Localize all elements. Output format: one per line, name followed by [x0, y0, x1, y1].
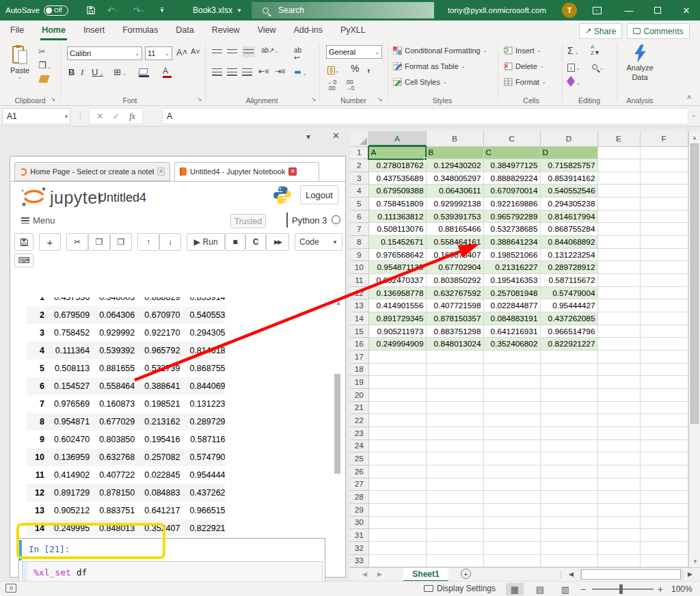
column-header-e[interactable]: E [597, 131, 640, 146]
font-color-button[interactable]: A [163, 66, 172, 78]
cell-D10[interactable]: 0.289728912 [540, 261, 597, 274]
cell-E14[interactable] [597, 312, 640, 325]
grid-vertical-scrollbar[interactable]: ▲ ▼ [688, 131, 700, 567]
cell-F18[interactable] [640, 363, 688, 376]
cell-A30[interactable] [368, 516, 426, 529]
command-palette-button[interactable]: ⌨ [14, 254, 33, 267]
ribbon-tab-review[interactable]: Review [211, 21, 241, 38]
redo-button[interactable]: ↷⌄ [130, 0, 148, 21]
cell-B25[interactable] [426, 452, 483, 465]
align-middle-button[interactable] [227, 48, 237, 56]
row-header-29[interactable]: 29 [350, 503, 368, 516]
row-header-4[interactable]: 4 [350, 185, 368, 198]
cell-B11[interactable]: 0.803850292 [426, 274, 483, 287]
cell-B9[interactable]: 0.160873407 [426, 248, 483, 261]
new-sheet-icon[interactable]: + [461, 569, 471, 579]
cell-E18[interactable] [597, 363, 640, 376]
paste-cell-button[interactable]: ❒ [110, 233, 132, 251]
cell-A14[interactable]: 0.891729345 [368, 312, 426, 325]
cell-D32[interactable] [540, 541, 597, 554]
cell-D21[interactable] [540, 401, 597, 414]
cell-C21[interactable] [483, 401, 540, 414]
cell-D12[interactable]: 0.57479004 [540, 286, 597, 299]
cell-B24[interactable] [426, 439, 483, 452]
row-header-26[interactable]: 26 [350, 465, 368, 478]
cell-D25[interactable] [540, 452, 597, 465]
page-layout-view-button[interactable]: ▤ [531, 583, 549, 595]
cell-F6[interactable] [640, 210, 688, 223]
row-header-32[interactable]: 32 [350, 541, 368, 554]
ribbon-tab-add-ins[interactable]: Add-ins [293, 21, 324, 38]
close-button[interactable]: ✕ [673, 0, 700, 21]
cell-F30[interactable] [640, 516, 688, 529]
tab-home-close-icon[interactable]: ✕ [157, 167, 165, 176]
cell-B12[interactable]: 0.632767592 [426, 286, 483, 299]
cell-C4[interactable]: 0.670970014 [483, 185, 540, 198]
cell-F3[interactable] [640, 172, 688, 185]
row-header-12[interactable]: 12 [350, 286, 368, 299]
cell-B28[interactable] [426, 491, 483, 504]
cell-C18[interactable] [483, 363, 540, 376]
cell-F16[interactable] [640, 338, 688, 351]
sort-filter-button[interactable]: AZ▼ [591, 44, 600, 56]
cell-B27[interactable] [426, 478, 483, 491]
sheet-nav-right-icon[interactable]: ▶ [377, 571, 382, 578]
align-top-button[interactable] [212, 48, 222, 56]
cell-D14[interactable]: 0.437262085 [540, 312, 597, 325]
cell-C19[interactable] [483, 376, 540, 389]
share-button[interactable]: ↗Share [579, 23, 622, 39]
ribbon-display-options-button[interactable]: ↑ [587, 0, 607, 21]
row-header-31[interactable]: 31 [350, 529, 368, 542]
cell-F22[interactable] [640, 414, 688, 427]
cell-B1[interactable]: B [426, 146, 483, 159]
cell-D4[interactable]: 0.540552546 [540, 185, 597, 198]
cell-D2[interactable]: 0.715825757 [540, 159, 597, 172]
cell-B26[interactable] [426, 465, 483, 478]
cell-E31[interactable] [597, 529, 640, 542]
run-cell-button[interactable]: ▶Run [187, 233, 225, 251]
row-header-3[interactable]: 3 [350, 172, 368, 185]
cell-D1[interactable]: D [540, 146, 597, 159]
cell-B8[interactable]: 0.558464161 [426, 236, 483, 249]
formula-input[interactable]: A [162, 108, 688, 124]
cell-E23[interactable] [597, 426, 640, 439]
cell-F23[interactable] [640, 426, 688, 439]
cell-E20[interactable] [597, 388, 640, 401]
pane-options-icon[interactable]: ▾ [306, 132, 310, 141]
restart-run-all-button[interactable]: ▶▶ [266, 233, 289, 251]
cell-E24[interactable] [597, 439, 640, 452]
cell-C24[interactable] [483, 439, 540, 452]
display-settings-button[interactable]: Display Settings [424, 584, 496, 593]
cell-F20[interactable] [640, 388, 688, 401]
cell-E15[interactable] [597, 325, 640, 338]
grid-vscroll-thumb[interactable] [690, 144, 699, 424]
cell-C26[interactable] [483, 465, 540, 478]
sheet-tab-sheet1[interactable]: Sheet1 [403, 568, 448, 582]
ribbon-tab-file[interactable]: File [9, 21, 25, 38]
copy-cell-button[interactable]: ❐ [88, 233, 110, 251]
cell-C28[interactable] [483, 491, 540, 504]
wrap-text-button[interactable]: ab↩ [294, 46, 301, 62]
cell-B31[interactable] [426, 529, 483, 542]
cell-A10[interactable]: 0.954871139 [368, 261, 426, 274]
cell-E1[interactable] [597, 146, 640, 159]
cell-B18[interactable] [426, 363, 483, 376]
cell-D33[interactable] [540, 554, 597, 567]
cell-F12[interactable] [640, 286, 688, 299]
cell-E28[interactable] [597, 491, 640, 504]
cell-C12[interactable]: 0.257081948 [483, 286, 540, 299]
cell-D13[interactable]: 0.95444427 [540, 299, 597, 312]
cell-C3[interactable]: 0.888829224 [483, 172, 540, 185]
cell-E5[interactable] [597, 198, 640, 211]
hscroll-right-icon[interactable]: ▶ [688, 571, 692, 578]
cut-button[interactable]: ✂ [38, 46, 46, 57]
autosum-button[interactable]: Σ ⌄ [567, 45, 578, 56]
move-cell-up-button[interactable]: ↑ [137, 233, 159, 251]
clear-button[interactable]: ⌄ [567, 78, 580, 86]
cell-F26[interactable] [640, 465, 688, 478]
comments-button[interactable]: Comments [627, 23, 690, 39]
font-size-select[interactable]: 11⌄ [145, 46, 172, 60]
zoom-out-icon[interactable]: − [580, 584, 586, 595]
select-all-corner[interactable] [350, 131, 368, 146]
cell-D31[interactable] [540, 529, 597, 542]
